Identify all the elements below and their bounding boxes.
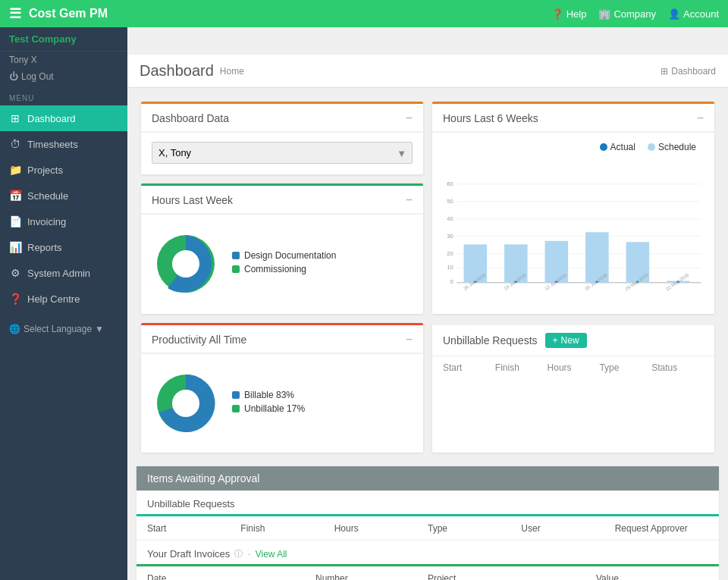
items-awaiting-title: Items Awaiting Approval [136, 466, 719, 491]
ath-start: Start [147, 523, 240, 534]
ath-request-approver: Request Approver [615, 523, 708, 534]
legend-actual: Actual [600, 142, 635, 152]
unbillable-requests-title: Unbillable Requests [443, 334, 538, 346]
legend-design: Design Documentation [232, 250, 336, 261]
hours-6weeks-header: Hours Last 6 Weeks − [432, 104, 714, 133]
sidebar-item-system-admin[interactable]: ⚙ System Admin [0, 260, 127, 286]
svg-text:60: 60 [447, 180, 453, 187]
sidebar-item-reports[interactable]: 📊 Reports [0, 234, 127, 260]
th-hours: Hours [548, 362, 600, 373]
sidebar: Test Company Tony X ⏻ Log Out MENU ⊞ Das… [0, 27, 127, 580]
breadcrumb-current: ⊞ Dashboard [661, 66, 716, 77]
sidebar-item-projects[interactable]: 📁 Projects [0, 157, 127, 183]
productivity-body: Billable 83% Unbillable 17% [141, 354, 423, 453]
productivity-legend: Billable 83% Unbillable 17% [232, 390, 305, 417]
sidebar-item-schedule[interactable]: 📅 Schedule [0, 183, 127, 208]
plus-icon: + [553, 335, 558, 346]
design-label: Design Documentation [244, 250, 336, 261]
top-navbar: ☰ Cost Gem PM ❓ Help 🏢 Company 👤 Account [0, 0, 728, 27]
design-dot [232, 252, 240, 259]
hours-6weeks-minimize[interactable]: − [697, 111, 704, 125]
th-finish: Finish [495, 362, 548, 373]
schedule-legend-label: Schedule [658, 142, 696, 152]
commissioning-label: Commissioning [244, 264, 306, 274]
hours-week-body: Design Documentation Commissioning [141, 215, 423, 313]
awaiting-unbillable-table-header: Start Finish Hours Type User Request App… [136, 516, 719, 540]
menu-label: MENU [0, 88, 127, 105]
hours-week-minimize[interactable]: − [406, 193, 413, 207]
draft-invoices-info-icon[interactable]: ⓘ [234, 548, 243, 560]
sidebar-item-help-centre[interactable]: ❓ Help Centre [0, 286, 127, 312]
bar-chart-svg: 60 50 40 30 20 10 0 [443, 158, 704, 303]
hours-6weeks-title: Hours Last 6 Weeks [443, 112, 538, 124]
draft-invoices-view-all[interactable]: View All [256, 549, 287, 560]
page-title: Dashboard [140, 62, 214, 80]
ath-finish: Finish [240, 523, 334, 534]
ath-user: User [521, 523, 614, 534]
svg-text:50: 50 [447, 198, 453, 205]
reports-icon: 📊 [9, 241, 21, 253]
legend-schedule: Schedule [648, 142, 696, 152]
legend-billable: Billable 83% [232, 390, 305, 400]
svg-text:10: 10 [447, 264, 453, 271]
dth-number: Number [315, 573, 428, 580]
new-unbillable-button[interactable]: + New [545, 333, 587, 348]
help-icon: ❓ [551, 8, 563, 20]
logout-button[interactable]: ⏻ Log Out [0, 68, 127, 88]
hours-week-pie [152, 230, 220, 298]
content-header: Dashboard Home ⊞ Dashboard [127, 55, 728, 88]
th-type: Type [599, 362, 651, 373]
language-icon: 🌐 [9, 324, 20, 334]
system-admin-icon: ⚙ [9, 267, 21, 279]
svg-text:20: 20 [447, 250, 453, 257]
user-select[interactable]: X, Tony [152, 142, 413, 164]
th-start: Start [443, 362, 495, 373]
company-link[interactable]: 🏢 Company [598, 8, 656, 20]
sidebar-item-dashboard[interactable]: ⊞ Dashboard [0, 105, 127, 131]
hours-week-title: Hours Last Week [152, 194, 233, 206]
actual-legend-label: Actual [610, 142, 635, 152]
breadcrumb-home[interactable]: Home [220, 66, 244, 77]
unbillable-requests-header: Unbillable Requests + New [432, 325, 714, 356]
productivity-pie [152, 369, 220, 437]
user-select-wrapper: X, Tony ▼ [152, 142, 413, 164]
help-link[interactable]: ❓ Help [551, 8, 587, 20]
dashboard-data-minimize[interactable]: − [406, 111, 413, 125]
dashboard-data-card-header: Dashboard Data − [141, 104, 423, 133]
brand-name: Cost Gem PM [29, 7, 108, 20]
dashboard-icon: ⊞ [9, 112, 21, 124]
draft-invoices-table-header: Date Number Project Value [136, 566, 719, 580]
billable-label: Billable 83% [244, 390, 294, 400]
language-arrow-icon: ▼ [95, 324, 104, 334]
sidebar-item-timesheets[interactable]: ⏱ Timesheets [0, 131, 127, 157]
actual-legend-dot [600, 143, 607, 151]
dashboard-data-title: Dashboard Data [152, 112, 229, 124]
awaiting-unbillable-subsection: Unbillable Requests Start Finish Hours T… [136, 491, 719, 541]
page-title-area: Dashboard Home [140, 62, 244, 80]
language-selector[interactable]: 🌐 Select Language ▼ [0, 318, 127, 340]
ath-hours: Hours [334, 523, 428, 534]
svg-point-23 [172, 390, 199, 417]
menu-toggle[interactable]: ☰ [9, 5, 21, 22]
hours-week-header: Hours Last Week − [141, 186, 423, 215]
commissioning-dot [232, 265, 240, 273]
productivity-pie-container: Billable 83% Unbillable 17% [152, 363, 413, 444]
dashboard-data-body: X, Tony ▼ [141, 133, 423, 173]
svg-text:40: 40 [447, 215, 453, 222]
account-link[interactable]: 👤 Account [668, 8, 719, 20]
sidebar-item-invoicing[interactable]: 📄 Invoicing [0, 208, 127, 234]
invoicing-icon: 📄 [9, 215, 21, 227]
schedule-icon: 📅 [9, 190, 21, 202]
svg-text:30: 30 [447, 233, 453, 240]
items-awaiting-section: Items Awaiting Approval Unbillable Reque… [136, 466, 719, 580]
svg-text:0: 0 [450, 278, 453, 285]
productivity-minimize[interactable]: − [406, 333, 413, 346]
billable-dot [232, 391, 240, 399]
th-status: Status [651, 362, 704, 373]
dth-value: Value [596, 573, 708, 580]
awaiting-unbillable-header: Unbillable Requests [136, 491, 719, 516]
hours-last-week-card: Hours Last Week − Design Documentation [141, 183, 423, 315]
main-content: Dashboard Home ⊞ Dashboard Dashboard Dat… [127, 55, 728, 580]
svg-point-21 [172, 250, 199, 277]
account-icon: 👤 [668, 8, 680, 20]
